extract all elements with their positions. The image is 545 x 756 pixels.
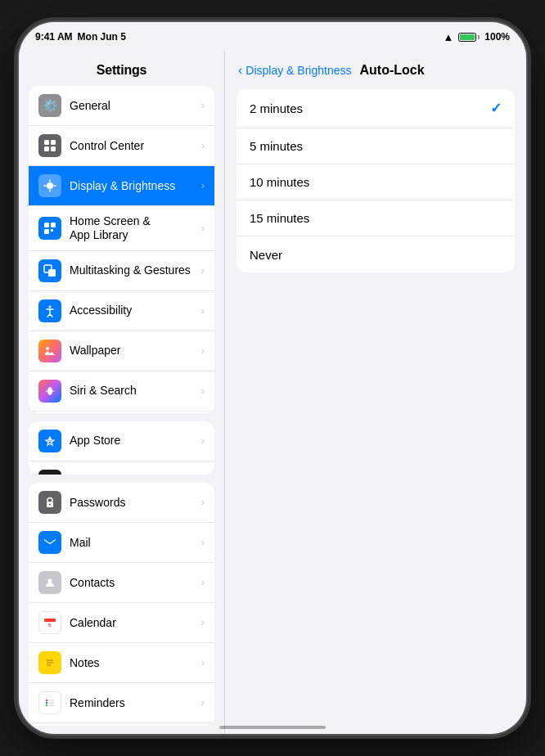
option-label: Never [250,248,282,262]
sidebar-section-apps: Passwords › Mail › Contacts › [29,483,214,726]
reminders-label: Reminders [70,696,125,710]
status-bar: 9:41 AM Mon Jun 5 ▲ 100% [19,22,526,52]
status-time: 9:41 AM [35,31,73,43]
multitasking-label: Multitasking & Gestures [70,263,191,277]
display-icon [38,174,61,197]
option-15min[interactable]: 15 minutes [236,200,515,236]
option-label: 15 minutes [250,211,309,225]
wallet-label: Wallet [70,474,101,475]
general-label: General [70,99,110,113]
wallpaper-icon [38,340,61,362]
chevron-icon: › [201,577,205,588]
notes-icon [38,651,61,674]
mail-label: Mail [70,536,91,550]
sidebar-section-system: ⚙️ General › Control Center › Display & … [29,86,214,413]
option-10min[interactable]: 10 minutes [236,164,515,200]
sidebar-item-contacts[interactable]: Contacts › [29,563,214,603]
svg-rect-32 [44,619,56,622]
right-panel: ‹ Display & Brightness Auto-Lock 2 minut… [225,52,526,734]
chevron-icon: › [201,265,205,277]
contacts-icon [38,571,61,594]
sidebar: Settings ⚙️ General › Control Center › [19,52,225,734]
ipad-frame: 9:41 AM Mon Jun 5 ▲ 100% Settings ⚙️ Gen… [19,22,526,734]
svg-rect-9 [44,223,49,227]
sidebar-item-pencil[interactable]: Apple Pencil › [29,412,214,413]
option-label: 10 minutes [250,175,309,189]
contacts-label: Contacts [70,576,115,590]
appstore-label: App Store [70,434,120,448]
sidebar-item-reminders[interactable]: Reminders › [29,683,214,723]
wallet-icon [38,470,61,475]
sidebar-item-wallet[interactable]: Wallet › [29,461,214,475]
chevron-icon: › [201,385,205,397]
calendar-label: Calendar [70,616,116,630]
svg-point-15 [49,305,52,308]
svg-rect-2 [44,146,49,151]
main-layout: Settings ⚙️ General › Control Center › [19,52,526,734]
calendar-icon: 5 [38,611,61,634]
svg-point-16 [46,347,49,350]
chevron-icon: › [201,435,205,447]
multitasking-icon [38,259,61,282]
option-never[interactable]: Never [236,236,515,272]
right-title: Auto-Lock [360,63,425,78]
sidebar-item-general[interactable]: ⚙️ General › [29,86,214,126]
option-2min[interactable]: 2 minutes ✓ [236,89,515,128]
check-mark-icon: ✓ [490,100,502,117]
general-icon: ⚙️ [38,94,61,117]
sidebar-item-siri[interactable]: Siri & Search › [29,371,214,412]
chevron-icon: › [201,100,205,111]
sidebar-item-mail[interactable]: Mail › [29,523,214,563]
reminders-icon [38,691,61,714]
sidebar-item-control-center[interactable]: Control Center › [29,126,214,166]
svg-point-4 [47,182,53,189]
sidebar-item-freeform[interactable]: Freeform › [29,723,214,726]
sidebar-section-store: A App Store › Wallet › [29,421,214,475]
chevron-icon: › [201,140,205,151]
notes-label: Notes [70,656,100,670]
svg-rect-10 [51,223,56,227]
chevron-icon: › [201,345,205,357]
siri-label: Siri & Search [70,384,137,398]
chevron-icon: › [201,305,205,317]
chevron-icon: › [201,537,205,548]
sidebar-item-multitasking[interactable]: Multitasking & Gestures › [29,251,214,291]
mail-icon [38,531,61,554]
sidebar-item-passwords[interactable]: Passwords › [29,483,214,523]
svg-rect-0 [44,140,49,145]
sidebar-item-display[interactable]: Display & Brightness › [29,166,214,206]
siri-icon [38,380,61,403]
sidebar-item-appstore[interactable]: A App Store › [29,421,214,461]
status-right: ▲ 100% [443,31,510,43]
svg-rect-3 [51,146,56,151]
chevron-icon: › [201,617,205,628]
display-label: Display & Brightness [70,179,175,193]
svg-point-38 [46,700,47,701]
option-label: 5 minutes [250,139,303,153]
battery-percentage: 100% [484,31,510,43]
chevron-icon: › [201,497,205,508]
sidebar-item-notes[interactable]: Notes › [29,643,214,683]
sidebar-item-accessibility[interactable]: Accessibility › [29,291,214,331]
sidebar-title: Settings [19,52,224,86]
accessibility-label: Accessibility [70,304,132,317]
auto-lock-options: 2 minutes ✓ 5 minutes 10 minutes 15 minu… [236,89,515,272]
svg-point-40 [46,704,47,706]
sidebar-item-homescreen[interactable]: Home Screen &App Library › [29,206,214,251]
chevron-icon: › [201,180,205,191]
wifi-icon: ▲ [443,31,453,43]
passwords-label: Passwords [70,496,125,510]
svg-point-28 [49,504,51,506]
appstore-icon: A [38,430,61,452]
battery-indicator [458,33,480,42]
svg-rect-1 [51,140,56,145]
back-link[interactable]: Display & Brightness [245,64,351,77]
sidebar-item-wallpaper[interactable]: Wallpaper › [29,331,214,371]
chevron-icon: › [201,223,205,234]
homescreen-icon [38,217,61,240]
svg-rect-14 [48,269,56,277]
right-header: ‹ Display & Brightness Auto-Lock [225,52,526,86]
option-5min[interactable]: 5 minutes [236,128,515,164]
status-date: Mon Jun 5 [78,31,126,43]
sidebar-item-calendar[interactable]: 5 Calendar › [29,603,214,643]
